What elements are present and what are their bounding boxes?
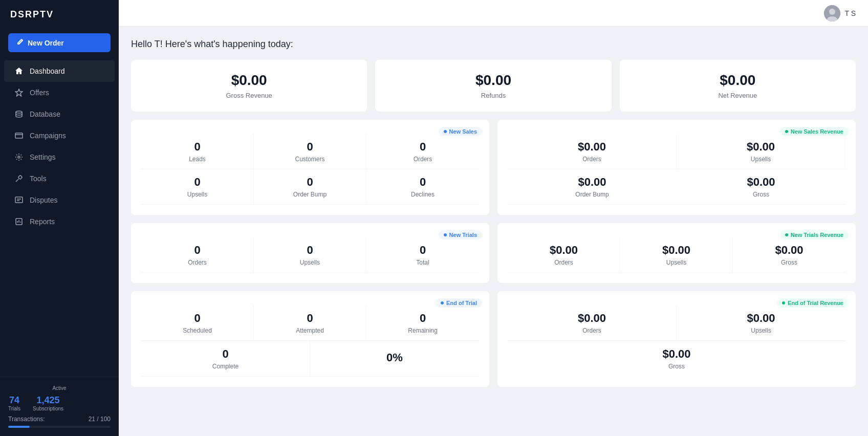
nt-upsells-stat: 0 Upsells	[254, 237, 366, 273]
badge-dot-blue	[444, 130, 447, 133]
active-label: Active	[8, 385, 111, 391]
disputes-icon	[14, 195, 24, 205]
sidebar-item-database[interactable]: Database	[4, 103, 115, 125]
nsr-order-bump-stat: $0.00 Order Bump	[508, 169, 677, 205]
net-revenue-card: $0.00 Net Revenue	[620, 60, 856, 112]
eot-remaining-stat: 0 Remaining	[366, 306, 479, 341]
new-trials-revenue-card: New Trials Revenue $0.00 Orders $0.00 Up…	[497, 223, 856, 283]
refunds-card: $0.00 Refunds	[375, 60, 611, 112]
new-trials-revenue-badge: New Trials Revenue	[780, 230, 849, 239]
new-sales-revenue-badge: New Sales Revenue	[780, 127, 849, 136]
eotr-orders-stat: $0.00 Orders	[508, 306, 677, 341]
badge-dot-green	[785, 130, 788, 133]
order-bump-stat: 0 Order Bump	[254, 169, 366, 205]
sidebar-item-offers[interactable]: Offers	[4, 82, 115, 103]
sidebar-item-reports[interactable]: Reports	[4, 211, 115, 232]
eotr-upsells-stat: $0.00 Upsells	[677, 306, 845, 341]
new-order-button[interactable]: New Order	[8, 33, 111, 52]
user-name: T S	[844, 9, 856, 17]
nsr-orders-stat: $0.00 Orders	[508, 134, 677, 169]
ntr-upsells-stat: $0.00 Upsells	[620, 237, 733, 273]
new-sales-card: New Sales 0 Leads 0 Customers 0 Orders	[131, 120, 489, 215]
database-icon	[14, 110, 24, 119]
ntr-orders-stat: $0.00 Orders	[508, 237, 620, 273]
home-icon	[14, 67, 24, 76]
transactions-label: Transactions:	[8, 416, 45, 423]
orders-stat: 0 Orders	[366, 134, 479, 169]
greeting: Hello T! Here's what's happening today:	[131, 39, 856, 50]
topbar: T S	[119, 0, 868, 27]
eotr-gross-stat: $0.00 Gross	[662, 347, 690, 370]
svg-rect-2	[15, 133, 23, 138]
svg-point-3	[18, 156, 20, 158]
refunds-label: Refunds	[481, 92, 506, 99]
refunds-value: $0.00	[475, 72, 511, 89]
eot-percent-stat: 0%	[310, 341, 479, 377]
svg-point-1	[16, 111, 22, 113]
sidebar-item-tools[interactable]: Tools	[4, 168, 115, 189]
new-trials-card: New Trials 0 Orders 0 Upsells 0 Total	[131, 223, 489, 283]
eotr-dot	[782, 301, 785, 304]
app-logo: DSRPTV	[0, 0, 119, 29]
new-trials-badge: New Trials	[439, 230, 482, 239]
reports-icon	[14, 217, 24, 226]
tools-icon	[14, 174, 24, 183]
nt-orders-stat: 0 Orders	[141, 237, 254, 273]
nsr-upsells-stat: $0.00 Upsells	[677, 134, 845, 169]
eot-dot	[441, 301, 444, 304]
sidebar-item-settings[interactable]: Settings	[4, 146, 115, 168]
new-sales-badge: New Sales	[439, 127, 482, 136]
sidebar-item-disputes[interactable]: Disputes	[4, 189, 115, 211]
new-trials-rev-dot	[785, 233, 788, 236]
net-revenue-value: $0.00	[720, 72, 755, 89]
nsr-gross-stat: $0.00 Gross	[677, 169, 845, 205]
upsells-stat: 0 Upsells	[141, 169, 254, 205]
transactions-bar	[8, 426, 111, 428]
transactions-value: 21 / 100	[89, 416, 111, 423]
gross-revenue-label: Gross Revenue	[226, 92, 272, 99]
declines-stat: 0 Declines	[366, 169, 479, 205]
end-of-trial-badge: End of Trial	[436, 298, 482, 308]
eot-attempted-stat: 0 Attempted	[254, 306, 366, 341]
subscriptions-stat: 1,425 Subscriptions	[33, 395, 63, 411]
nt-total-stat: 0 Total	[366, 237, 479, 273]
user-menu[interactable]: T S	[824, 5, 856, 21]
leads-stat: 0 Leads	[141, 134, 254, 169]
top-metrics-row: $0.00 Gross Revenue $0.00 Refunds $0.00 …	[131, 60, 856, 112]
campaigns-icon	[14, 131, 24, 140]
customers-stat: 0 Customers	[254, 134, 366, 169]
end-of-trial-card: End of Trial 0 Scheduled 0 Attempted 0 R…	[131, 291, 489, 387]
svg-point-7	[829, 9, 835, 15]
new-trials-dot	[444, 233, 447, 236]
settings-icon	[14, 152, 24, 162]
avatar	[824, 5, 840, 21]
sidebar-item-campaigns[interactable]: Campaigns	[4, 125, 115, 146]
net-revenue-label: Net Revenue	[718, 92, 757, 99]
eot-complete-stat: 0 Complete	[141, 341, 310, 377]
end-of-trial-revenue-card: End of Trial Revenue $0.00 Orders $0.00 …	[497, 291, 856, 387]
end-of-trial-revenue-badge: End of Trial Revenue	[777, 298, 849, 308]
edit-icon	[16, 38, 24, 47]
trials-stat: 74 Trials	[8, 395, 20, 411]
star-icon	[14, 88, 24, 97]
new-sales-revenue-card: New Sales Revenue $0.00 Orders $0.00 Ups…	[497, 120, 856, 215]
ntr-gross-stat: $0.00 Gross	[733, 237, 845, 273]
gross-revenue-card: $0.00 Gross Revenue	[131, 60, 367, 112]
svg-marker-0	[15, 89, 23, 96]
svg-rect-4	[15, 197, 23, 203]
eot-scheduled-stat: 0 Scheduled	[141, 306, 254, 341]
sidebar-item-dashboard[interactable]: Dashboard	[4, 60, 115, 82]
gross-revenue-value: $0.00	[231, 72, 267, 89]
